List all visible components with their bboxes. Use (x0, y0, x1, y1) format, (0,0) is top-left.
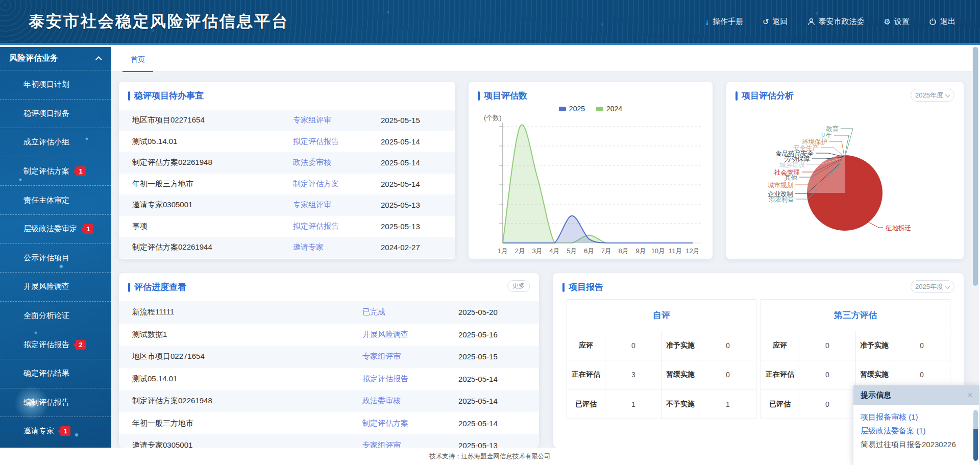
report-cell-label: 不予实施 (662, 389, 699, 419)
popup-link[interactable]: 层级政法委备案 (1) (861, 424, 972, 437)
x-axis-label: 4月 (549, 247, 559, 255)
header-menu-label: 设置 (894, 17, 910, 27)
page-scrollbar-thumb[interactable] (973, 47, 978, 286)
sidebar-item-label: 公示评估项目 (23, 253, 69, 263)
report-cell-label: 暂缓实施 (662, 360, 699, 389)
notice-popup-body: 项目报备审核 (1)层级政法委备案 (1)简易过往项目报备20230226 (853, 405, 979, 451)
table-row: 地区市项目02271654专家组评审2025-05-15 (119, 110, 455, 131)
header-menu-label: 操作手册 (713, 17, 743, 27)
sidebar-item-2[interactable]: 成立评估小组 (0, 128, 111, 157)
notice-popup-header: 提示信息 × (853, 385, 979, 405)
year-select-report[interactable]: 2025年度 (911, 280, 954, 293)
x-axis-label: 7月 (601, 247, 611, 255)
row-date: 2025-05-13 (381, 222, 442, 231)
sidebar-item-11[interactable]: 编制评估报告 (0, 388, 111, 417)
sidebar-item-6[interactable]: 公示评估项目 (0, 243, 111, 273)
table-row: 地区市项目02271654专家组评审2025-05-15 (119, 346, 539, 368)
header-menu-gear[interactable]: ⚙设置 (884, 17, 910, 27)
popup-scrollbar[interactable] (973, 410, 978, 461)
sidebar-item-9[interactable]: 拟定评估报告2 (0, 330, 111, 359)
row-date: 2025-05-14 (458, 375, 526, 383)
row-project-name: 邀请专家0305001 (132, 200, 293, 210)
sidebar-item-1[interactable]: 稳评项目报备 (0, 99, 111, 128)
report-cell-label: 准予实施 (662, 331, 699, 360)
sidebar-item-label: 制定评估方案 (23, 166, 69, 176)
sidebar-item-12[interactable]: 邀请专家1 (0, 417, 111, 446)
header-menu: ↓操作手册↺返回泰安市政法委⚙设置退出 (705, 17, 955, 27)
notification-badge: 1 (83, 224, 93, 234)
notice-popup: 提示信息 × 项目报备审核 (1)层级政法委备案 (1)简易过往项目报备2023… (853, 385, 979, 465)
pie-leader-line (841, 129, 853, 156)
row-status-link[interactable]: 政法委审核 (362, 396, 458, 406)
sidebar-item-label: 确定评估结果 (23, 369, 69, 378)
card-title-row: 稳评项目待办事宜 (128, 90, 446, 102)
row-date: 2025-05-15 (381, 116, 442, 125)
close-icon[interactable]: × (967, 390, 973, 400)
x-axis-label: 2月 (515, 247, 525, 255)
table-row: 测试数据1开展风险调查2025-05-16 (119, 324, 539, 346)
row-project-name: 测试数据1 (132, 330, 362, 339)
row-project-name: 邀请专家0305001 (132, 440, 362, 448)
header-menu-power[interactable]: 退出 (929, 17, 955, 27)
header-menu-label: 退出 (940, 17, 955, 27)
title-bar-accent (128, 91, 130, 101)
card-title-row: 评估进度查看 更多 (128, 281, 530, 293)
row-status-link[interactable]: 已完成 (362, 307, 458, 317)
row-date: 2025-05-13 (458, 441, 526, 448)
report-cell-value: 0 (799, 389, 856, 419)
row-status-link[interactable]: 专家组评审 (293, 115, 381, 125)
report-cell-value: 0 (699, 331, 756, 360)
row-status-link[interactable]: 专家组评审 (293, 200, 381, 210)
sidebar-group-risk-assessment[interactable]: 风险评估业务 (0, 47, 111, 70)
sidebar-item-label: 年初项目计划 (23, 80, 69, 89)
pie-label-11: 涉农利益 (769, 196, 794, 203)
evaluation-count-area-chart: 1月2月3月4月5月6月7月8月9月10月11月12月 (469, 82, 713, 259)
row-project-name: 制定评估方案02261944 (132, 242, 293, 252)
report-table-grid: 应评0准予实施0正在评估3暂缓实施0已评估1不予实施1 (567, 331, 756, 419)
notice-popup-title: 提示信息 (861, 390, 891, 400)
more-button[interactable]: 更多 (507, 280, 530, 292)
row-date: 2024-02-27 (381, 243, 442, 252)
card-title-row: 项目报告 2025年度 (562, 281, 954, 293)
report-cell-value: 1 (605, 389, 662, 419)
notice-popup-items: 项目报备审核 (1)层级政法委备案 (1)简易过往项目报备20230226 (861, 410, 972, 451)
tab-home[interactable]: 首页 (122, 47, 153, 72)
row-status-link[interactable]: 专家组评审 (362, 352, 458, 361)
footer-text: 技术支持：江苏海盟金网信息技术有限公司 (429, 452, 551, 461)
row-status-link[interactable]: 政法委审核 (293, 158, 381, 167)
row-date: 2025-05-13 (381, 201, 442, 209)
row-status-link[interactable]: 专家组评审 (362, 440, 458, 448)
row-date: 2025-05-14 (458, 397, 526, 405)
sidebar: 风险评估业务 年初项目计划稳评项目报备成立评估小组制定评估方案1责任主体审定层级… (0, 47, 111, 448)
sidebar-item-4[interactable]: 责任主体审定 (0, 185, 111, 214)
popup-link[interactable]: 项目报备审核 (1) (861, 410, 972, 424)
header-menu-user[interactable]: 泰安市政法委 (807, 17, 865, 27)
row-status-link[interactable]: 拟定评估报告 (293, 222, 381, 231)
sidebar-item-8[interactable]: 全面分析论证 (0, 301, 111, 330)
sidebar-item-label: 开展风险调查 (23, 282, 69, 291)
title-bar-accent (128, 283, 130, 292)
row-status-link[interactable]: 开展风险调查 (362, 330, 458, 339)
table-row: 测试05.14.01拟定评估报告2025-05-14 (119, 368, 539, 390)
report-cell-value: 0 (893, 331, 950, 360)
row-status-link[interactable]: 拟定评估报告 (362, 374, 458, 384)
return-icon: ↺ (763, 17, 769, 26)
header-menu-return[interactable]: ↺返回 (763, 17, 788, 27)
row-status-link[interactable]: 制定评估方案 (293, 179, 381, 189)
report-cell-value: 0 (799, 331, 856, 360)
table-row: 制定评估方案02261944邀请专家2024-02-27 (119, 237, 455, 258)
row-project-name: 制定评估方案02261948 (132, 158, 293, 167)
sidebar-item-7[interactable]: 开展风险调查 (0, 272, 111, 301)
notification-badge: 2 (76, 340, 86, 350)
card-evaluation-analysis: 项目评估分析 2025年度 教育卫生环境保护安全生产食品药品安全劳动保障城乡建设… (726, 82, 964, 259)
header-menu-download[interactable]: ↓操作手册 (705, 17, 743, 27)
row-status-link[interactable]: 邀请专家 (293, 242, 381, 252)
card-evaluation-count: 项目评估数 20252024 (个数) 1月2月3月4月5月6月7月8月9月10… (469, 82, 713, 259)
sidebar-item-5[interactable]: 层级政法委审定1 (0, 214, 111, 243)
sidebar-item-10[interactable]: 确定评估结果 (0, 359, 111, 388)
row-status-link[interactable]: 拟定评估报告 (293, 137, 381, 146)
sidebar-item-0[interactable]: 年初项目计划 (0, 70, 111, 99)
table-row: 制定评估方案02261948政法委审核2025-05-14 (119, 152, 455, 174)
row-status-link[interactable]: 制定评估方案 (362, 419, 458, 428)
sidebar-item-3[interactable]: 制定评估方案1 (0, 157, 111, 186)
